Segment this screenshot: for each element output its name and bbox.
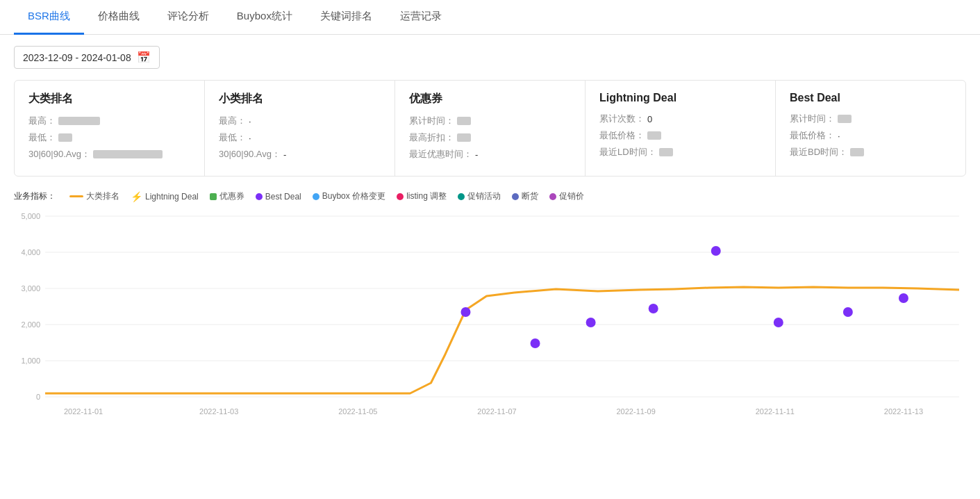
legend-bestdeal-icon: [256, 193, 263, 200]
legend-coupon: 优惠券: [210, 190, 244, 202]
dot-1: [460, 307, 470, 317]
legend-bestdeal-text: Best Deal: [265, 192, 301, 202]
legend-saleprice: 促销价: [549, 190, 584, 202]
stat-card-dalei: 大类排名 最高： 最低： 30|60|90.Avg：: [15, 81, 205, 176]
tab-buybox[interactable]: Buybox统计: [223, 0, 306, 35]
bestdeal-time: 累计时间：: [790, 113, 952, 125]
legend-dalei: 大类排名: [69, 190, 119, 202]
svg-text:4,000: 4,000: [21, 248, 40, 256]
youhui-title: 优惠券: [409, 92, 571, 106]
lightning-count: 累计次数： 0: [599, 113, 761, 125]
legend-dalei-icon: [69, 195, 83, 197]
svg-text:5,000: 5,000: [21, 212, 40, 220]
xiaolei-title: 小类排名: [219, 92, 381, 106]
dot-7: [843, 307, 853, 317]
svg-text:2022-11-01: 2022-11-01: [64, 407, 103, 416]
legend-buybox-text: Buybox 价格变更: [322, 190, 385, 202]
dot-5: [711, 246, 721, 256]
stats-row: 大类排名 最高： 最低： 30|60|90.Avg： 小类排名 最高： ·: [14, 80, 966, 177]
bsr-line: [45, 287, 959, 393]
legend-listing: listing 调整: [397, 190, 447, 202]
tab-reviews[interactable]: 评论分析: [153, 0, 223, 35]
date-range-text: 2023-12-09 - 2024-01-08: [23, 52, 131, 63]
tab-keywords[interactable]: 关键词排名: [306, 0, 386, 35]
svg-text:1,000: 1,000: [21, 357, 40, 365]
lightning-price: 最低价格：: [599, 129, 761, 142]
svg-text:0: 0: [36, 393, 40, 401]
xiaolei-high: 最高： ·: [219, 115, 381, 127]
stat-card-xiaolei: 小类排名 最高： · 最低： · 30|60|90.Avg： -: [205, 81, 395, 176]
legend-coupon-text: 优惠券: [219, 190, 244, 202]
legend-buybox-icon: [313, 193, 319, 200]
youhui-recent: 最近优惠时间： -: [409, 148, 571, 161]
chart-svg: 5,000 4,000 3,000 2,000 1,000 0 2022-11-…: [14, 209, 966, 425]
legend-buybox: Buybox 价格变更: [313, 190, 385, 202]
legend-stockout-text: 断货: [522, 190, 538, 202]
xiaolei-avg: 30|60|90.Avg： -: [219, 148, 381, 161]
youhui-discount: 最高折扣：: [409, 131, 571, 144]
legend-bestdeal: Best Deal: [256, 192, 301, 202]
dot-2: [531, 338, 540, 348]
svg-text:2022-11-11: 2022-11-11: [756, 407, 795, 416]
svg-text:2022-11-07: 2022-11-07: [477, 407, 516, 416]
calendar-icon: 📅: [137, 51, 151, 64]
xiaolei-low: 最低： ·: [219, 131, 381, 144]
dot-6: [774, 318, 783, 327]
legend-promo: 促销活动: [458, 190, 501, 202]
legend-lightning: ⚡ Lightning Deal: [131, 191, 199, 202]
chart-legend: 业务指标： 大类排名 ⚡ Lightning Deal 优惠券 Best Dea…: [14, 190, 966, 202]
bestdeal-price: 最低价格： ·: [790, 129, 952, 142]
legend-stockout-icon: [512, 193, 519, 200]
bsr-chart: 5,000 4,000 3,000 2,000 1,000 0 2022-11-…: [14, 209, 966, 425]
bestdeal-title: Best Deal: [790, 92, 952, 104]
legend-lightning-text: Lightning Deal: [145, 192, 199, 202]
dalei-avg: 30|60|90.Avg：: [28, 148, 190, 161]
legend-label: 业务指标：: [14, 190, 56, 202]
lightning-recent: 最近LD时间：: [599, 146, 761, 158]
stat-card-bestdeal: Best Deal 累计时间： 最低价格： · 最近BD时间：: [776, 81, 965, 176]
stat-card-lightning: Lightning Deal 累计次数： 0 最低价格： 最近LD时间：: [585, 81, 776, 176]
svg-text:2,000: 2,000: [21, 320, 40, 329]
dot-3: [586, 318, 596, 327]
legend-promo-text: 促销活动: [467, 190, 501, 202]
stat-card-youhui: 优惠券 累计时间： 最高折扣： 最近优惠时间： -: [395, 81, 585, 176]
legend-listing-text: listing 调整: [406, 190, 447, 202]
svg-text:2022-11-05: 2022-11-05: [338, 407, 377, 416]
legend-saleprice-icon: [549, 193, 556, 200]
legend-coupon-icon: [210, 193, 217, 200]
tab-bar: BSR曲线 价格曲线 评论分析 Buybox统计 关键词排名 运营记录: [0, 0, 980, 35]
legend-stockout: 断货: [512, 190, 538, 202]
svg-text:2022-11-03: 2022-11-03: [199, 407, 238, 416]
legend-dalei-text: 大类排名: [86, 190, 119, 202]
dalei-low-value: [58, 133, 72, 142]
lightning-title: Lightning Deal: [599, 92, 761, 104]
tab-operations[interactable]: 运营记录: [386, 0, 456, 35]
dalei-high: 最高：: [28, 115, 190, 127]
dot-8: [899, 293, 908, 303]
dot-4: [649, 304, 658, 313]
bestdeal-recent: 最近BD时间：: [790, 146, 952, 158]
legend-promo-icon: [458, 193, 465, 200]
youhui-time: 累计时间：: [409, 115, 571, 127]
dalei-high-value: [58, 117, 100, 125]
dalei-avg-value: [93, 150, 163, 158]
tab-price[interactable]: 价格曲线: [84, 0, 153, 35]
svg-text:2022-11-09: 2022-11-09: [617, 407, 656, 416]
date-range-picker[interactable]: 2023-12-09 - 2024-01-08 📅: [14, 46, 160, 69]
dalei-title: 大类排名: [28, 92, 190, 106]
lightning-bolt-icon: ⚡: [131, 191, 142, 202]
tab-bsr[interactable]: BSR曲线: [14, 0, 84, 35]
legend-listing-icon: [397, 193, 404, 200]
dalei-low: 最低：: [28, 131, 190, 144]
svg-text:3,000: 3,000: [21, 284, 40, 293]
svg-text:2022-11-13: 2022-11-13: [884, 407, 923, 416]
legend-saleprice-text: 促销价: [559, 190, 584, 202]
